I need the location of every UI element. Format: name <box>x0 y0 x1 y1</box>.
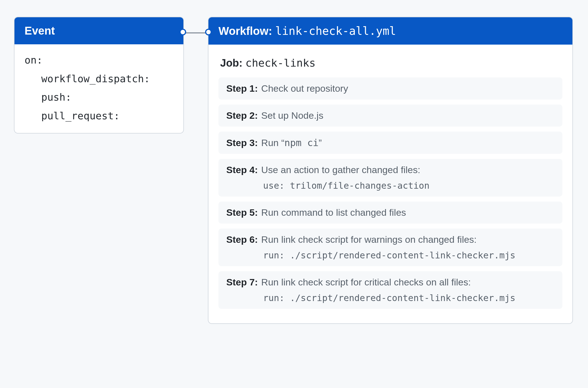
workflow-card-body: Job: check-links Step 1:Check out reposi… <box>208 45 572 323</box>
workflow-step: Step 4:Use an action to gather changed f… <box>218 159 562 197</box>
event-card-body: on: workflow_dispatch: push: pull_reques… <box>14 44 183 133</box>
workflow-filename: link-check-all.yml <box>275 25 396 37</box>
event-card-header: Event <box>14 17 183 44</box>
event-trigger: pull_request: <box>25 107 177 125</box>
job-label: Job: <box>220 57 242 69</box>
workflow-step: Step 6:Run link check script for warning… <box>218 229 562 266</box>
step-description: Run “npm ci” <box>261 137 322 148</box>
event-card: Event on: workflow_dispatch: push: pull_… <box>14 17 184 134</box>
workflow-card-header: Workflow: link-check-all.yml <box>208 17 572 45</box>
workflow-step: Step 2:Set up Node.js <box>218 105 562 127</box>
step-description: Run command to list changed files <box>261 207 406 218</box>
step-sub: run: ./script/rendered-content-link-chec… <box>263 250 555 261</box>
workflow-step: Step 7:Run link check script for critica… <box>218 271 562 309</box>
step-label: Step 7: <box>226 277 258 287</box>
step-label: Step 1: <box>226 83 258 94</box>
step-label: Step 2: <box>226 110 258 121</box>
event-trigger: workflow_dispatch: <box>25 70 177 88</box>
step-label: Step 5: <box>226 207 258 218</box>
step-description: Run link check script for critical check… <box>261 277 471 287</box>
step-sub: use: trilom/file-changes-action <box>263 180 555 191</box>
step-sub: run: ./script/rendered-content-link-chec… <box>263 293 555 303</box>
step-code: npm ci <box>285 137 319 148</box>
workflow-step: Step 5:Run command to list changed files <box>218 202 562 224</box>
workflow-step: Step 1:Check out repository <box>218 77 562 100</box>
step-description: Use an action to gather changed files: <box>261 164 420 175</box>
step-description: Run link check script for warnings on ch… <box>261 234 477 245</box>
job-heading: Job: check-links <box>220 57 562 69</box>
step-label: Step 4: <box>226 164 258 175</box>
step-label: Step 6: <box>226 234 258 245</box>
connector-dot-left <box>179 29 186 35</box>
event-on-key: on: <box>25 51 177 70</box>
event-title: Event <box>25 25 55 37</box>
connector-dot-right <box>205 29 212 35</box>
event-trigger: push: <box>25 88 177 107</box>
workflow-step: Step 3:Run “npm ci” <box>218 132 562 154</box>
step-description: Set up Node.js <box>261 110 323 121</box>
workflow-card: Workflow: link-check-all.yml Job: check-… <box>208 17 573 324</box>
step-description: Check out repository <box>261 83 348 94</box>
workflow-title-label: Workflow: <box>218 25 272 37</box>
steps-list: Step 1:Check out repositoryStep 2:Set up… <box>218 77 562 309</box>
step-label: Step 3: <box>226 137 258 148</box>
job-name: check-links <box>246 57 316 69</box>
